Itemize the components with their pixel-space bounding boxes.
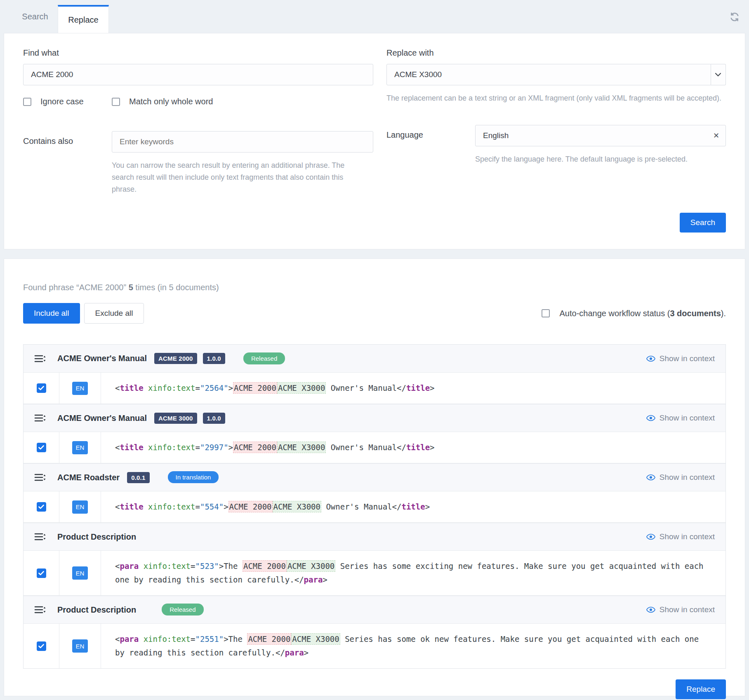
code-segment-text: Owner's Manual bbox=[326, 443, 397, 452]
document-title: ACME Owner's Manual bbox=[57, 413, 147, 423]
code-line: <para xinfo:text="2551">The ACME 2000ACM… bbox=[115, 632, 711, 660]
show-in-context-link[interactable]: Show in context bbox=[646, 413, 715, 423]
document-title: ACME Owner's Manual bbox=[57, 354, 147, 363]
replace-with-dropdown-button[interactable] bbox=[711, 64, 726, 85]
check-icon bbox=[38, 386, 44, 390]
match-checkbox[interactable] bbox=[37, 641, 46, 651]
code-segment-punct: > bbox=[219, 561, 224, 571]
results-count: 5 bbox=[129, 283, 133, 292]
code-segment-punct: > bbox=[228, 443, 233, 452]
whole-word-label: Match only whole word bbox=[129, 97, 213, 106]
code-segment-old: ACME 2000 bbox=[243, 560, 287, 572]
version-badge: 1.0.0 bbox=[203, 413, 225, 424]
show-in-context-label: Show in context bbox=[659, 354, 715, 363]
code-segment-punct: </ bbox=[397, 383, 406, 392]
code-segment-punct: = bbox=[191, 561, 195, 571]
code-segment-value: "554" bbox=[200, 502, 224, 511]
code-segment-punct: > bbox=[224, 634, 228, 644]
reorder-handle-icon[interactable] bbox=[34, 473, 46, 482]
document-title: Product Description bbox=[57, 605, 136, 615]
clear-language-icon[interactable]: ✕ bbox=[713, 131, 719, 140]
language-input[interactable] bbox=[475, 125, 726, 146]
match-checkbox[interactable] bbox=[37, 383, 46, 393]
code-segment-punct: < bbox=[115, 561, 120, 571]
code-segment-value: "523" bbox=[195, 561, 219, 571]
group-status: Released bbox=[162, 606, 203, 613]
code-segment-punct: > bbox=[228, 383, 233, 392]
code-segment-text: Owner's Manual bbox=[321, 502, 392, 511]
language-badge: EN bbox=[72, 441, 88, 454]
reorder-handle-icon[interactable] bbox=[34, 532, 46, 541]
code-segment-value: "2551" bbox=[195, 634, 224, 644]
search-button[interactable]: Search bbox=[680, 213, 726, 233]
code-segment-value: "2564" bbox=[200, 383, 228, 392]
code-segment-attr: xinfo:text bbox=[148, 502, 195, 511]
show-in-context-link[interactable]: Show in context bbox=[646, 532, 715, 541]
whole-word-checkbox[interactable] bbox=[112, 98, 120, 106]
code-segment-punct: > bbox=[224, 502, 228, 511]
eye-icon bbox=[646, 533, 655, 540]
refresh-icon[interactable] bbox=[729, 12, 740, 22]
group-badges: 0.0.1 bbox=[127, 472, 149, 483]
match-checkbox[interactable] bbox=[37, 443, 46, 452]
show-in-context-link[interactable]: Show in context bbox=[646, 473, 715, 482]
show-in-context-link[interactable]: Show in context bbox=[646, 354, 715, 363]
code-segment-punct: </ bbox=[397, 443, 406, 452]
code-segment-punct bbox=[139, 634, 143, 644]
code-segment-new: ACME X3000 bbox=[287, 560, 335, 572]
code-segment-punct: = bbox=[195, 383, 200, 392]
tab-replace[interactable]: Replace bbox=[58, 5, 109, 33]
search-replace-panel: Find what Ignore case Match only whole w… bbox=[4, 33, 745, 249]
status-badge: In translation bbox=[168, 471, 219, 483]
eye-icon bbox=[646, 355, 655, 362]
show-in-context-link[interactable]: Show in context bbox=[646, 605, 715, 614]
auto-change-workflow-label: Auto-change workflow status (3 documents… bbox=[560, 309, 726, 318]
check-icon bbox=[38, 571, 44, 576]
document-title: ACME Roadster bbox=[57, 473, 120, 482]
find-what-input[interactable] bbox=[23, 64, 373, 85]
code-segment-text: Owner's Manual bbox=[326, 383, 397, 392]
auto-change-workflow-checkbox[interactable] bbox=[542, 309, 550, 317]
language-badge: EN bbox=[72, 566, 88, 580]
replace-with-input[interactable] bbox=[386, 64, 711, 85]
group-status: In translation bbox=[168, 474, 219, 481]
reorder-handle-icon[interactable] bbox=[34, 605, 46, 614]
match-checkbox[interactable] bbox=[37, 568, 46, 578]
results-table: ACME Owner's Manual ACME 20001.0.0 Relea… bbox=[23, 344, 726, 669]
version-badge: 0.0.1 bbox=[127, 472, 149, 483]
contains-also-label: Contains also bbox=[23, 131, 112, 195]
document-title: Product Description bbox=[57, 532, 136, 542]
code-segment-punct: < bbox=[115, 383, 120, 392]
code-segment-new: ACME X3000 bbox=[291, 633, 340, 645]
show-in-context-label: Show in context bbox=[659, 532, 715, 541]
show-in-context-label: Show in context bbox=[659, 413, 715, 423]
code-segment-punct: = bbox=[195, 502, 200, 511]
match-checkbox[interactable] bbox=[37, 502, 46, 512]
contains-also-input[interactable] bbox=[112, 131, 373, 153]
code-segment-punct: = bbox=[195, 443, 200, 452]
reorder-handle-icon[interactable] bbox=[34, 354, 46, 363]
replace-button[interactable]: Replace bbox=[676, 679, 726, 699]
match-row: EN <para xinfo:text="2551">The ACME 2000… bbox=[24, 624, 725, 668]
ignore-case-checkbox[interactable] bbox=[23, 98, 31, 106]
code-segment-tag: para bbox=[120, 561, 139, 571]
show-in-context-label: Show in context bbox=[659, 605, 715, 614]
tab-bar: Search Replace bbox=[0, 0, 749, 33]
eye-icon bbox=[646, 474, 655, 481]
reorder-handle-icon[interactable] bbox=[34, 413, 46, 423]
code-segment-new: ACME X3000 bbox=[277, 382, 326, 394]
tab-search[interactable]: Search bbox=[12, 0, 58, 33]
language-badge: EN bbox=[72, 500, 88, 514]
show-in-context-label: Show in context bbox=[659, 473, 715, 482]
match-row: EN <title xinfo:text="2997">ACME 2000ACM… bbox=[24, 432, 725, 463]
results-summary: Found phrase “ACME 2000” 5 times (in 5 d… bbox=[23, 283, 726, 292]
code-segment-punct bbox=[144, 383, 148, 392]
group-badges: ACME 20001.0.0 bbox=[154, 353, 225, 364]
code-segment-attr: xinfo:text bbox=[144, 561, 191, 571]
document-group-header: ACME Roadster 0.0.1 In translation Show … bbox=[24, 463, 725, 491]
code-segment-tag: para bbox=[304, 575, 323, 584]
include-all-button[interactable]: Include all bbox=[23, 303, 80, 324]
code-segment-attr: xinfo:text bbox=[148, 443, 195, 452]
code-segment-tag: para bbox=[120, 634, 139, 644]
exclude-all-button[interactable]: Exclude all bbox=[84, 303, 144, 324]
